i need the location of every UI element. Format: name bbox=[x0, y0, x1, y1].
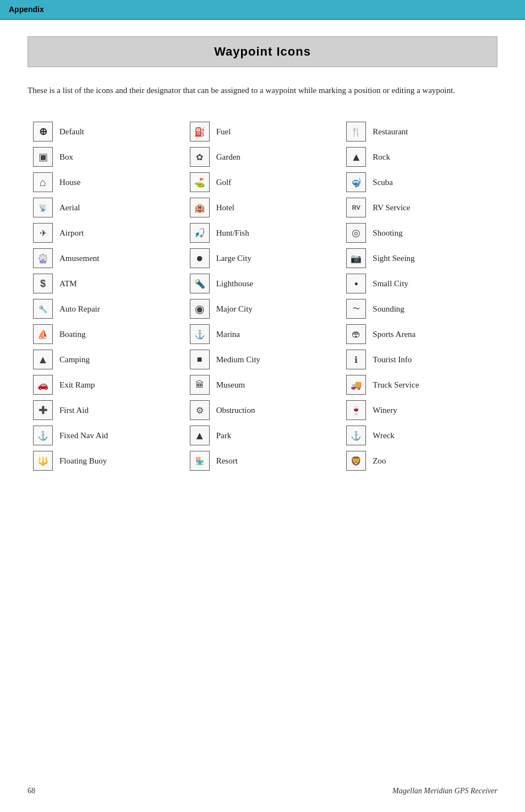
footer-page-number: 68 bbox=[28, 787, 35, 795]
icon-label: Sight Seeing bbox=[373, 254, 414, 263]
waypoint-icon: ◉ bbox=[190, 299, 210, 319]
waypoint-icon: 🏟 bbox=[346, 324, 366, 344]
waypoint-icon: RV bbox=[346, 198, 366, 217]
list-item: ⌂ House bbox=[28, 170, 184, 195]
waypoint-icon: ⛳ bbox=[190, 172, 210, 192]
icon-column-1: ⊕ Default ▣ Box ⌂ House 📡 Aerial ✈ Airpo… bbox=[28, 119, 184, 473]
list-item: ⊕ Default bbox=[28, 119, 184, 144]
intro-paragraph: These is a list of the icons and their d… bbox=[28, 84, 497, 97]
list-item: 🚚 Truck Service bbox=[341, 372, 497, 397]
icon-label: Sports Arena bbox=[373, 330, 415, 339]
list-item: ▣ Box bbox=[28, 144, 184, 170]
icons-grid: ⊕ Default ▣ Box ⌂ House 📡 Aerial ✈ Airpo… bbox=[28, 119, 497, 473]
icon-label: Garden bbox=[216, 152, 240, 162]
content-area: Waypoint Icons These is a list of the ic… bbox=[0, 20, 525, 506]
icon-label: Fixed Nav Aid bbox=[59, 431, 108, 440]
icon-label: Exit Ramp bbox=[59, 380, 95, 390]
list-item: ✈ Airport bbox=[28, 220, 184, 246]
list-item: RV RV Service bbox=[341, 195, 497, 220]
waypoint-icon: ⚓ bbox=[346, 426, 366, 445]
icon-label: Marina bbox=[216, 330, 240, 339]
icon-label: Box bbox=[59, 152, 73, 162]
waypoint-icon: 🍷 bbox=[346, 400, 366, 420]
waypoint-icon: ℹ bbox=[346, 350, 366, 369]
waypoint-icon: 🔧 bbox=[33, 299, 53, 319]
waypoint-icon: 📡 bbox=[33, 198, 53, 217]
icon-label: Floating Buoy bbox=[59, 456, 107, 466]
waypoint-icon: 〜 bbox=[346, 299, 366, 319]
list-item: ▲ Rock bbox=[341, 144, 497, 170]
page-title: Waypoint Icons bbox=[39, 45, 486, 59]
list-item: ✿ Garden bbox=[184, 144, 341, 170]
list-item: ℹ Tourist Info bbox=[341, 347, 497, 372]
list-item: 🔦 Lighthouse bbox=[184, 271, 341, 296]
list-item: ■ Medium City bbox=[184, 347, 341, 372]
list-item: ⚓ Fixed Nav Aid bbox=[28, 423, 184, 448]
icon-label: Golf bbox=[216, 178, 232, 187]
waypoint-icon: 🤿 bbox=[346, 172, 366, 192]
waypoint-icon: ● bbox=[190, 248, 210, 268]
waypoint-icon: ⊕ bbox=[33, 122, 53, 141]
header-bar: Appendix bbox=[0, 0, 525, 20]
list-item: ⚓ Marina bbox=[184, 321, 341, 347]
waypoint-icon: ✈ bbox=[33, 223, 53, 243]
waypoint-icon: 🎡 bbox=[33, 248, 53, 268]
waypoint-icon: ▲ bbox=[190, 426, 210, 445]
icon-label: Large City bbox=[216, 254, 251, 263]
waypoint-icon: 🏪 bbox=[190, 451, 210, 471]
icon-label: Lighthouse bbox=[216, 279, 254, 288]
waypoint-icon: 🎣 bbox=[190, 223, 210, 243]
list-item: 〜 Sounding bbox=[341, 296, 497, 321]
waypoint-icon: 🦁 bbox=[346, 451, 366, 471]
waypoint-icon: ▲ bbox=[346, 147, 366, 167]
header-label: Appendix bbox=[9, 5, 44, 14]
icon-label: Hotel bbox=[216, 203, 234, 212]
waypoint-icon: 🏨 bbox=[190, 198, 210, 217]
waypoint-icon: ⛵ bbox=[33, 324, 53, 344]
list-item: 📡 Aerial bbox=[28, 195, 184, 220]
waypoint-icon: ✿ bbox=[190, 147, 210, 167]
waypoint-icon: 🏛 bbox=[190, 375, 210, 395]
icon-label: Resort bbox=[216, 456, 238, 466]
icon-label: Small City bbox=[373, 279, 408, 288]
icon-label: Wreck bbox=[373, 431, 394, 440]
icon-label: Park bbox=[216, 431, 232, 440]
icon-label: Medium City bbox=[216, 355, 260, 364]
list-item: 🍴 Restaurant bbox=[341, 119, 497, 144]
icon-label: Fuel bbox=[216, 127, 231, 137]
icon-label: Major City bbox=[216, 304, 253, 314]
list-item: 🏟 Sports Arena bbox=[341, 321, 497, 347]
icon-label: Tourist Info bbox=[373, 355, 412, 364]
list-item: ⚙ Obstruction bbox=[184, 397, 341, 423]
list-item: ⛳ Golf bbox=[184, 170, 341, 195]
list-item: ⚓ Wreck bbox=[341, 423, 497, 448]
waypoint-icon: ⌂ bbox=[33, 172, 53, 192]
waypoint-icon: ⚓ bbox=[190, 324, 210, 344]
icon-label: Rock bbox=[373, 152, 390, 162]
list-item: ▲ Park bbox=[184, 423, 341, 448]
icon-label: ATM bbox=[59, 279, 77, 288]
list-item: ⛵ Boating bbox=[28, 321, 184, 347]
icon-label: Camping bbox=[59, 355, 90, 364]
waypoint-icon: ■ bbox=[190, 350, 210, 369]
page-footer: 68 Magellan Meridian GPS Receiver bbox=[28, 787, 497, 795]
icon-label: House bbox=[59, 178, 80, 187]
list-item: 🏛 Museum bbox=[184, 372, 341, 397]
list-item: 🎡 Amusement bbox=[28, 246, 184, 271]
icon-label: Default bbox=[59, 127, 84, 137]
waypoint-icon: $ bbox=[33, 274, 53, 293]
list-item: ⛽ Fuel bbox=[184, 119, 341, 144]
waypoint-icon: ◎ bbox=[346, 223, 366, 243]
list-item: ◎ Shooting bbox=[341, 220, 497, 246]
waypoint-icon: 🚗 bbox=[33, 375, 53, 395]
waypoint-icon: ▲ bbox=[33, 350, 53, 369]
list-item: ▲ Camping bbox=[28, 347, 184, 372]
waypoint-icon: ✚ bbox=[33, 400, 53, 420]
waypoint-icon: ▣ bbox=[33, 147, 53, 167]
list-item: ◉ Major City bbox=[184, 296, 341, 321]
list-item: 🍷 Winery bbox=[341, 397, 497, 423]
icon-label: Auto Repair bbox=[59, 304, 100, 314]
icon-label: Winery bbox=[373, 406, 397, 415]
list-item: 🔱 Floating Buoy bbox=[28, 448, 184, 473]
waypoint-icon: ● bbox=[346, 274, 366, 293]
